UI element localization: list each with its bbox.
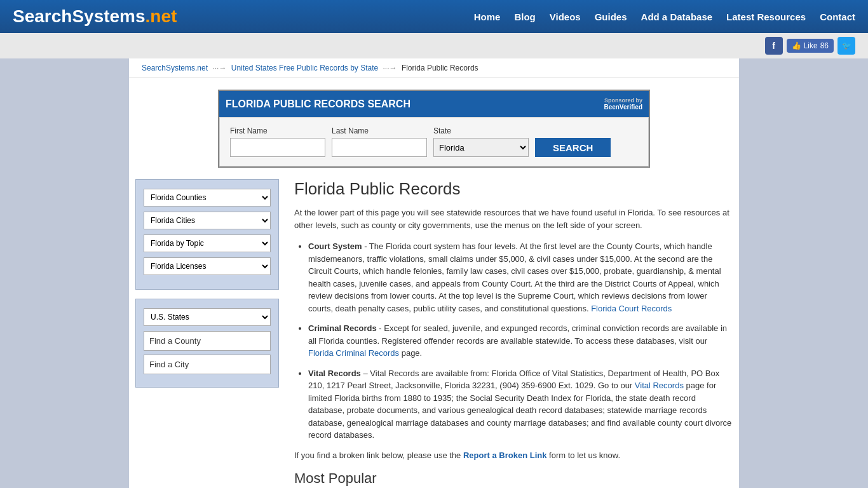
facebook-icon[interactable]: f (765, 37, 783, 55)
right-content: Florida Public Records At the lower part… (288, 179, 733, 488)
firstname-input[interactable] (230, 138, 325, 157)
nav-guides[interactable]: Guides (595, 11, 627, 22)
nav-bar: Home Blog Videos Guides Add a Database L… (474, 11, 855, 22)
find-county-button[interactable]: Find a County (144, 331, 271, 351)
state-label: State (433, 126, 529, 135)
page-title: Florida Public Records (294, 179, 733, 199)
florida-by-topic-select[interactable]: Florida by Topic (144, 234, 271, 252)
breadcrumb-home[interactable]: SearchSystems.net (142, 64, 208, 72)
florida-licenses-select[interactable]: Florida Licenses (144, 257, 271, 275)
court-title: Court System (308, 241, 362, 251)
search-box: FLORIDA PUBLIC RECORDS SEARCH Sponsored … (218, 90, 650, 168)
nav-videos[interactable]: Videos (550, 11, 581, 22)
state-select[interactable]: Florida (433, 138, 529, 157)
nav-add-database[interactable]: Add a Database (641, 11, 713, 22)
social-bar: f 👍 Like 86 🐦 (0, 33, 868, 58)
twitter-icon[interactable]: 🐦 (837, 37, 855, 55)
record-criminal: Criminal Records - Except for sealed, ju… (308, 322, 733, 360)
criminal-body-after: page. (402, 348, 423, 358)
nav-contact[interactable]: Contact (820, 11, 855, 22)
court-records-link[interactable]: Florida Court Records (591, 304, 672, 313)
like-label: Like (804, 41, 818, 50)
like-button[interactable]: 👍 Like 86 (787, 39, 834, 53)
record-court: Court System - The Florida court system … (308, 240, 733, 315)
breadcrumb-current: Florida Public Records (402, 64, 478, 72)
lastname-input[interactable] (332, 138, 427, 157)
criminal-title: Criminal Records (308, 323, 377, 333)
vital-title: Vital Records (308, 369, 361, 378)
nav-home[interactable]: Home (474, 11, 501, 22)
vital-records-link[interactable]: Vital Records (635, 381, 684, 390)
thumbs-up-icon: 👍 (792, 41, 801, 50)
sidebar: Florida Counties Florida Cities Florida … (135, 179, 288, 488)
search-button[interactable]: SEARCH (535, 138, 611, 157)
us-states-select[interactable]: U.S. States (144, 308, 271, 326)
sidebar-section-florida: Florida Counties Florida Cities Florida … (135, 179, 279, 290)
florida-counties-select[interactable]: Florida Counties (144, 189, 271, 207)
firstname-group: First Name (230, 126, 325, 157)
search-title-text: FLORIDA PUBLIC RECORDS SEARCH (226, 98, 410, 110)
find-city-button[interactable]: Find a City (144, 355, 271, 374)
florida-cities-select[interactable]: Florida Cities (144, 212, 271, 229)
breadcrumb-level1[interactable]: United States Free Public Records by Sta… (231, 64, 378, 72)
breadcrumb: SearchSystems.net ···→ United States Fre… (129, 58, 739, 78)
firstname-label: First Name (230, 126, 325, 135)
court-body: - The Florida court system has four leve… (308, 241, 721, 313)
sponsored-by: Sponsored by BeenVerified (604, 97, 642, 111)
like-count: 86 (820, 41, 829, 50)
broken-link-text: If you find a broken link below, please … (294, 451, 733, 460)
lastname-group: Last Name (332, 126, 427, 157)
sidebar-section-us: U.S. States Find a County Find a City (135, 299, 279, 388)
search-title: FLORIDA PUBLIC RECORDS SEARCH Sponsored … (219, 91, 649, 117)
intro-text: At the lower part of this page you will … (294, 207, 733, 231)
logo: SearchSystems.net (13, 6, 177, 27)
record-vital: Vital Records – Vital Records are availa… (308, 367, 733, 442)
breadcrumb-sep1: ···→ (212, 64, 228, 72)
content-area: Florida Counties Florida Cities Florida … (129, 179, 739, 488)
report-broken-link[interactable]: Report a Broken Link (463, 451, 546, 460)
logo-text: SearchSystems.net (13, 6, 177, 27)
records-list: Court System - The Florida court system … (294, 240, 733, 442)
most-popular-title: Most Popular (294, 470, 733, 487)
breadcrumb-sep2: ···→ (383, 64, 399, 72)
nav-blog[interactable]: Blog (514, 11, 535, 22)
lastname-label: Last Name (332, 126, 427, 135)
criminal-records-link[interactable]: Florida Criminal Records (308, 348, 399, 358)
state-group: State Florida (433, 126, 529, 157)
nav-latest-resources[interactable]: Latest Resources (726, 11, 806, 22)
search-fields: First Name Last Name State Florida SEARC… (219, 117, 649, 166)
